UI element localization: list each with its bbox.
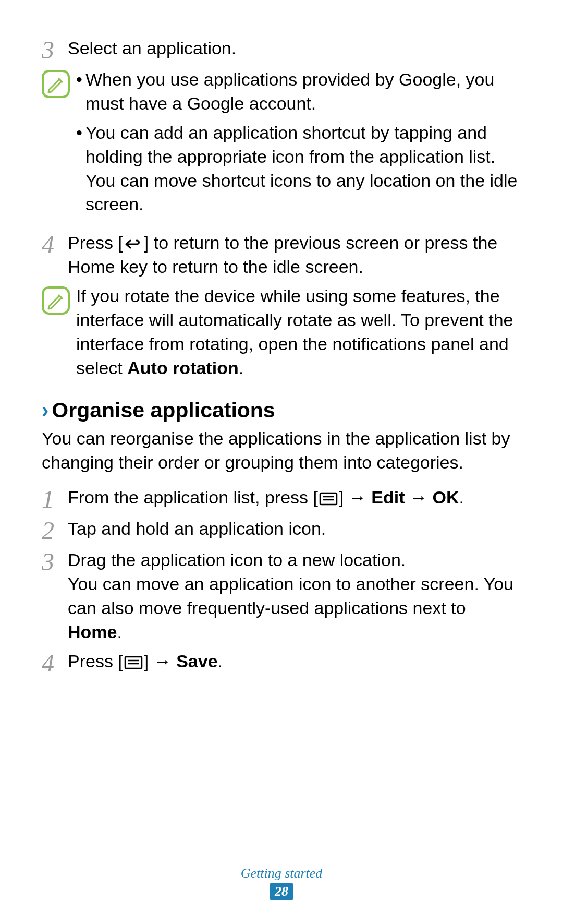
- step-number: 3: [42, 37, 68, 63]
- menu-icon: [123, 655, 144, 670]
- organise-step-3: 3 Drag the application icon to a new loc…: [42, 548, 521, 644]
- note-bullet-1: • When you use applications provided by …: [76, 68, 521, 116]
- section-intro: You can reorganise the applications in t…: [42, 427, 521, 475]
- step-3: 3 Select an application.: [42, 37, 521, 63]
- organise-step-2: 2 Tap and hold an application icon.: [42, 517, 521, 543]
- line2-pre: You can move an application icon to anot…: [68, 574, 513, 618]
- bullet-text: When you use applications provided by Go…: [85, 68, 521, 116]
- line2-post: .: [117, 622, 121, 642]
- step-text: Drag the application icon to a new locat…: [68, 548, 521, 644]
- step3-line1: Drag the application icon to a new locat…: [68, 548, 521, 572]
- bullet-dot: •: [76, 121, 85, 145]
- note-block-1: • When you use applications provided by …: [42, 68, 521, 222]
- page-footer: Getting started 28: [0, 866, 563, 900]
- svg-rect-2: [320, 493, 337, 505]
- text-pre: Press [: [68, 233, 123, 253]
- step-4a: 4 Press [] to return to the previous scr…: [42, 231, 521, 279]
- step-number: 4: [42, 231, 68, 257]
- text-pre: Press [: [68, 651, 123, 671]
- bullet-text: You can add an application shortcut by t…: [85, 121, 521, 217]
- note-pencil-icon: [42, 286, 70, 315]
- step-number: 1: [42, 486, 68, 512]
- text-bold-save: Save: [176, 651, 217, 671]
- text-mid2: →: [405, 487, 433, 507]
- text-bold-edit: Edit: [371, 487, 405, 507]
- back-arrow-icon: [123, 236, 144, 252]
- step-number: 2: [42, 517, 68, 543]
- footer-category: Getting started: [0, 866, 563, 881]
- text-mid: ] →: [144, 651, 176, 671]
- note-bullet-2: • You can add an application shortcut by…: [76, 121, 521, 217]
- note-pencil-icon: [42, 70, 70, 98]
- step-number: 4: [42, 650, 68, 676]
- section-title: Organise applications: [52, 398, 275, 423]
- note-body: If you rotate the device while using som…: [76, 284, 521, 380]
- page-number: 28: [270, 883, 293, 900]
- note-block-2: If you rotate the device while using som…: [42, 284, 521, 380]
- line2-bold: Home: [68, 622, 117, 642]
- step-text: Press [] → Save.: [68, 650, 521, 674]
- text-post: .: [218, 651, 223, 671]
- text-pre: From the application list, press [: [68, 487, 318, 507]
- menu-icon: [318, 491, 339, 507]
- step-text: Select an application.: [68, 37, 521, 61]
- text-mid: ] →: [339, 487, 371, 507]
- organise-step-4: 4 Press [] → Save.: [42, 650, 521, 676]
- step-text: Tap and hold an application icon.: [68, 517, 521, 541]
- organise-step-1: 1 From the application list, press [] → …: [42, 486, 521, 512]
- manual-page: 3 Select an application. • When you use …: [0, 0, 563, 924]
- step-text: Press [] to return to the previous scree…: [68, 231, 521, 279]
- step-text: From the application list, press [] → Ed…: [68, 486, 521, 510]
- text-post: .: [459, 487, 463, 507]
- step-number: 3: [42, 548, 68, 574]
- svg-rect-5: [125, 657, 142, 668]
- note-text-bold: Auto rotation: [127, 358, 238, 378]
- section-heading: › Organise applications: [42, 398, 521, 423]
- chevron-icon: ›: [42, 400, 48, 421]
- bullet-dot: •: [76, 68, 85, 92]
- step3-line2: You can move an application icon to anot…: [68, 572, 521, 644]
- text-bold-ok: OK: [432, 487, 459, 507]
- note-text-post: .: [239, 358, 243, 378]
- note-body: • When you use applications provided by …: [76, 68, 521, 222]
